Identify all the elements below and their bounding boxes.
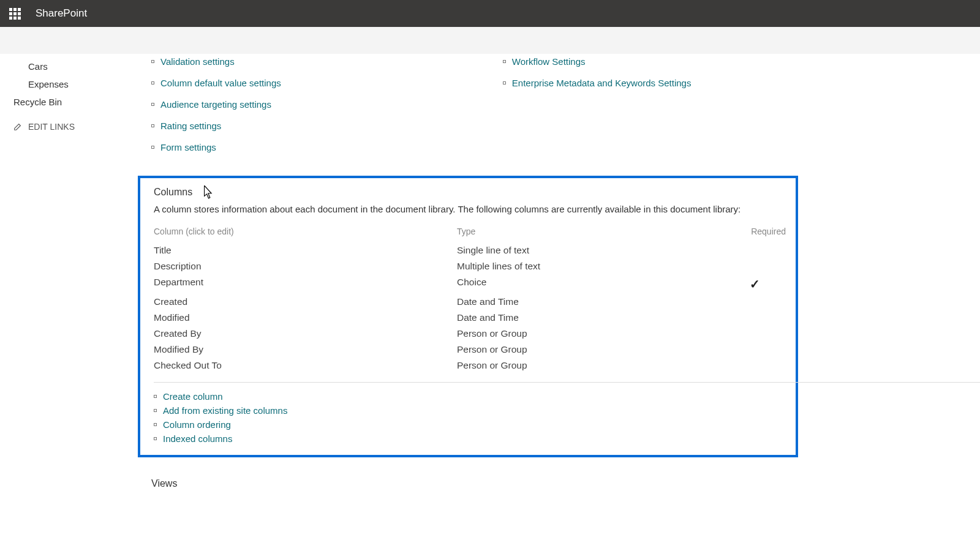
settings-link[interactable]: Enterprise Metadata and Keywords Setting… — [503, 78, 692, 88]
settings-link-label: Form settings — [160, 142, 216, 152]
bullet-icon — [151, 124, 154, 127]
brand-title: SharePoint — [36, 7, 87, 20]
column-type: Person or Group — [457, 328, 733, 339]
column-name-link[interactable]: Created By — [154, 328, 457, 339]
app-launcher-icon[interactable] — [5, 4, 24, 23]
edit-links-button[interactable]: EDIT LINKS — [0, 111, 138, 135]
column-required — [733, 360, 796, 371]
columns-section: Columns A column stores information abou… — [138, 176, 798, 457]
column-required — [733, 245, 796, 256]
column-action-link[interactable]: Column ordering — [154, 419, 796, 430]
bullet-icon — [154, 395, 157, 398]
sidebar-item-recycle-bin[interactable]: Recycle Bin — [0, 93, 138, 111]
bullet-icon — [151, 60, 154, 63]
settings-link-label: Enterprise Metadata and Keywords Setting… — [512, 78, 692, 88]
column-type: Date and Time — [457, 296, 733, 307]
column-required — [733, 261, 796, 272]
column-required — [733, 344, 796, 355]
columns-header-required: Required — [733, 227, 796, 236]
ribbon-bar — [0, 27, 980, 54]
top-bar: SharePoint — [0, 0, 980, 27]
column-name-link[interactable]: Title — [154, 245, 457, 256]
table-row: DepartmentChoice✓ — [154, 274, 796, 294]
table-row: DescriptionMultiple lines of text — [154, 258, 796, 274]
settings-link-label: Workflow Settings — [512, 56, 586, 67]
bullet-icon — [154, 423, 157, 426]
edit-links-label: EDIT LINKS — [28, 122, 75, 132]
divider — [154, 382, 980, 383]
column-action-label: Create column — [163, 391, 223, 402]
column-actions: Create columnAdd from existing site colu… — [154, 391, 796, 444]
sidebar-item-cars[interactable]: Cars — [0, 58, 138, 75]
column-name-link[interactable]: Created — [154, 296, 457, 307]
left-navigation: Cars Expenses Recycle Bin EDIT LINKS — [0, 54, 138, 514]
column-name-link[interactable]: Modified — [154, 312, 457, 323]
bullet-icon — [151, 146, 154, 149]
table-row: Created ByPerson or Group — [154, 326, 796, 342]
table-row: CreatedDate and Time — [154, 294, 796, 310]
column-required — [733, 296, 796, 307]
columns-header-type: Type — [457, 227, 733, 236]
general-settings-links-right: Workflow SettingsEnterprise Metadata and… — [489, 56, 692, 152]
main-content: Validation settingsColumn default value … — [138, 54, 980, 514]
settings-link-label: Column default value settings — [160, 78, 281, 88]
column-action-label: Column ordering — [163, 419, 231, 430]
settings-link-label: Audience targeting settings — [160, 99, 271, 110]
checkmark-icon: ✓ — [750, 277, 786, 291]
settings-link[interactable]: Rating settings — [151, 121, 281, 131]
columns-table: Column (click to edit) Type Required Tit… — [154, 224, 796, 373]
column-type: Single line of text — [457, 245, 733, 256]
column-type: Person or Group — [457, 360, 733, 371]
views-heading: Views — [138, 478, 980, 489]
columns-description: A column stores information about each d… — [154, 204, 796, 214]
column-type: Multiple lines of text — [457, 261, 733, 272]
general-settings-links: Validation settingsColumn default value … — [138, 56, 281, 152]
column-name-link[interactable]: Checked Out To — [154, 360, 457, 371]
sidebar-item-expenses[interactable]: Expenses — [0, 75, 138, 93]
column-type: Choice — [457, 277, 733, 291]
settings-link[interactable]: Workflow Settings — [503, 56, 692, 67]
settings-link-label: Rating settings — [160, 121, 221, 131]
bullet-icon — [154, 437, 157, 440]
settings-link-label: Validation settings — [160, 56, 235, 67]
column-name-link[interactable]: Modified By — [154, 344, 457, 355]
settings-link[interactable]: Validation settings — [151, 56, 281, 67]
bullet-icon — [151, 81, 154, 84]
columns-header-name: Column (click to edit) — [154, 227, 457, 236]
column-required: ✓ — [733, 277, 796, 291]
column-action-link[interactable]: Indexed columns — [154, 433, 796, 444]
bullet-icon — [151, 103, 154, 106]
bullet-icon — [503, 81, 506, 84]
column-type: Date and Time — [457, 312, 733, 323]
settings-link[interactable]: Column default value settings — [151, 78, 281, 88]
column-name-link[interactable]: Description — [154, 261, 457, 272]
column-action-label: Indexed columns — [163, 433, 232, 444]
table-row: Modified ByPerson or Group — [154, 342, 796, 358]
column-name-link[interactable]: Department — [154, 277, 457, 291]
bullet-icon — [154, 409, 157, 412]
column-action-label: Add from existing site columns — [163, 405, 287, 416]
column-required — [733, 312, 796, 323]
column-type: Person or Group — [457, 344, 733, 355]
settings-link[interactable]: Form settings — [151, 142, 281, 152]
bullet-icon — [503, 60, 506, 63]
table-row: ModifiedDate and Time — [154, 310, 796, 326]
column-action-link[interactable]: Create column — [154, 391, 796, 402]
column-action-link[interactable]: Add from existing site columns — [154, 405, 796, 416]
table-row: Checked Out ToPerson or Group — [154, 358, 796, 373]
column-required — [733, 328, 796, 339]
table-row: TitleSingle line of text — [154, 242, 796, 258]
pencil-icon — [13, 122, 22, 131]
columns-heading: Columns — [154, 187, 796, 198]
settings-link[interactable]: Audience targeting settings — [151, 99, 281, 110]
